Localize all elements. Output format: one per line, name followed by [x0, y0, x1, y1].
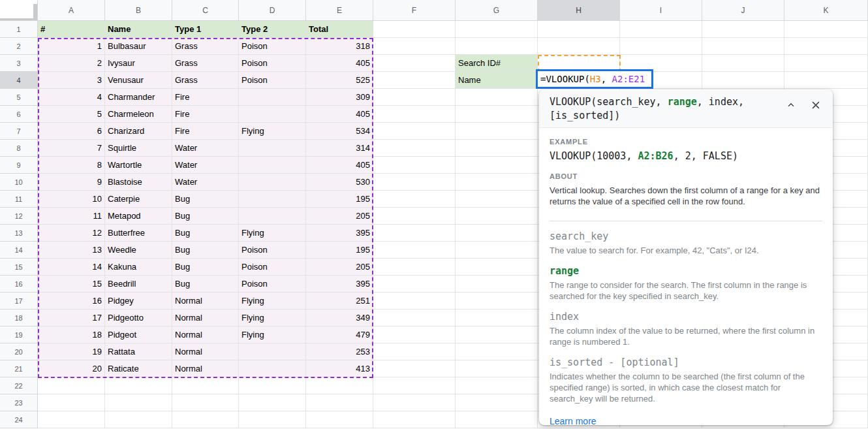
cell-C12[interactable]: Bug [172, 208, 239, 225]
cell-G1[interactable] [456, 21, 538, 38]
cell-A7[interactable]: 6 [38, 123, 105, 140]
cell-A12[interactable]: 11 [38, 208, 105, 225]
cell-B1[interactable]: Name [105, 21, 172, 38]
cell-A15[interactable]: 14 [38, 259, 105, 276]
cell-B12[interactable]: Metapod [105, 208, 172, 225]
cell-F15[interactable] [373, 259, 456, 276]
cell-G9[interactable] [456, 157, 538, 174]
cell-C24[interactable] [172, 411, 239, 428]
cell-F6[interactable] [373, 106, 456, 123]
cell-D4[interactable]: Poison [239, 72, 306, 89]
cell-G21[interactable] [456, 360, 538, 377]
cell-F1[interactable] [373, 21, 456, 38]
cell-B8[interactable]: Squirtle [105, 140, 172, 157]
cell-E15[interactable]: 205 [306, 259, 373, 276]
row-header-13[interactable]: 13 [0, 225, 38, 242]
cell-D11[interactable] [239, 191, 306, 208]
cell-C17[interactable]: Normal [172, 293, 239, 310]
cell-A3[interactable]: 2 [38, 55, 105, 72]
cell-B22[interactable] [105, 377, 172, 394]
cell-F19[interactable] [373, 326, 456, 343]
cell-F14[interactable] [373, 242, 456, 259]
row-header-15[interactable]: 15 [0, 259, 38, 276]
cell-A10[interactable]: 9 [38, 174, 105, 191]
cell-G24[interactable] [456, 411, 538, 428]
row-header-19[interactable]: 19 [0, 326, 38, 343]
formula-edit-box[interactable]: =VLOOKUP(H3, A2:E21 [536, 69, 653, 89]
cell-C7[interactable]: Fire [172, 123, 239, 140]
cell-C16[interactable]: Bug [172, 276, 239, 293]
row-header-3[interactable]: 3 [0, 55, 38, 72]
cell-C10[interactable]: Water [172, 174, 239, 191]
column-header-G[interactable]: G [456, 0, 538, 21]
cell-J4[interactable] [702, 72, 784, 89]
close-button[interactable] [808, 97, 824, 113]
column-header-K[interactable]: K [784, 0, 868, 21]
cell-E9[interactable]: 405 [306, 157, 373, 174]
cell-F2[interactable] [373, 38, 456, 55]
cell-E4[interactable]: 525 [306, 72, 373, 89]
cell-C22[interactable] [172, 377, 239, 394]
column-header-E[interactable]: E [306, 0, 373, 21]
cell-F10[interactable] [373, 174, 456, 191]
cell-B19[interactable]: Pidgeot [105, 326, 172, 343]
cell-F18[interactable] [373, 310, 456, 326]
cell-F9[interactable] [373, 157, 456, 174]
cell-D17[interactable]: Flying [239, 293, 306, 310]
cell-F22[interactable] [373, 377, 456, 394]
cell-E6[interactable]: 405 [306, 106, 373, 123]
cell-B10[interactable]: Blastoise [105, 174, 172, 191]
cell-A8[interactable]: 7 [38, 140, 105, 157]
cell-J1[interactable] [702, 21, 784, 38]
cell-H1[interactable] [538, 21, 620, 38]
cell-B13[interactable]: Butterfree [105, 225, 172, 242]
cell-E18[interactable]: 349 [306, 310, 373, 326]
cell-B11[interactable]: Caterpie [105, 191, 172, 208]
column-header-D[interactable]: D [239, 0, 306, 21]
cell-F8[interactable] [373, 140, 456, 157]
select-all-corner[interactable] [0, 0, 38, 21]
column-header-F[interactable]: F [373, 0, 456, 21]
cell-B24[interactable] [105, 411, 172, 428]
cell-F11[interactable] [373, 191, 456, 208]
cell-G10[interactable] [456, 174, 538, 191]
cell-C18[interactable]: Normal [172, 310, 239, 326]
cell-G8[interactable] [456, 140, 538, 157]
row-header-20[interactable]: 20 [0, 343, 38, 360]
cell-F21[interactable] [373, 360, 456, 377]
cell-D20[interactable] [239, 343, 306, 360]
row-header-21[interactable]: 21 [0, 360, 38, 377]
cell-F4[interactable] [373, 72, 456, 89]
cell-D15[interactable]: Poison [239, 259, 306, 276]
cell-K4[interactable] [784, 72, 868, 89]
row-header-18[interactable]: 18 [0, 310, 38, 326]
row-header-6[interactable]: 6 [0, 106, 38, 123]
cell-E3[interactable]: 405 [306, 55, 373, 72]
cell-E13[interactable]: 395 [306, 225, 373, 242]
cell-D7[interactable]: Flying [239, 123, 306, 140]
cell-A21[interactable]: 20 [38, 360, 105, 377]
cell-A23[interactable] [38, 394, 105, 411]
column-header-B[interactable]: B [105, 0, 172, 21]
cell-D19[interactable]: Flying [239, 326, 306, 343]
cell-B2[interactable]: Bulbasaur [105, 38, 172, 55]
cell-B4[interactable]: Venusaur [105, 72, 172, 89]
cell-A16[interactable]: 15 [38, 276, 105, 293]
row-header-23[interactable]: 23 [0, 394, 38, 411]
cell-B23[interactable] [105, 394, 172, 411]
collapse-button[interactable] [783, 97, 799, 113]
cell-C20[interactable]: Normal [172, 343, 239, 360]
cell-F16[interactable] [373, 276, 456, 293]
cell-C23[interactable] [172, 394, 239, 411]
row-header-16[interactable]: 16 [0, 276, 38, 293]
cell-F20[interactable] [373, 343, 456, 360]
cell-D18[interactable]: Flying [239, 310, 306, 326]
cell-G11[interactable] [456, 191, 538, 208]
cell-E16[interactable]: 395 [306, 276, 373, 293]
cell-D22[interactable] [239, 377, 306, 394]
cell-K1[interactable] [784, 21, 868, 38]
cell-E8[interactable]: 314 [306, 140, 373, 157]
row-header-5[interactable]: 5 [0, 89, 38, 106]
row-header-4[interactable]: 4 [0, 72, 38, 89]
cell-F7[interactable] [373, 123, 456, 140]
